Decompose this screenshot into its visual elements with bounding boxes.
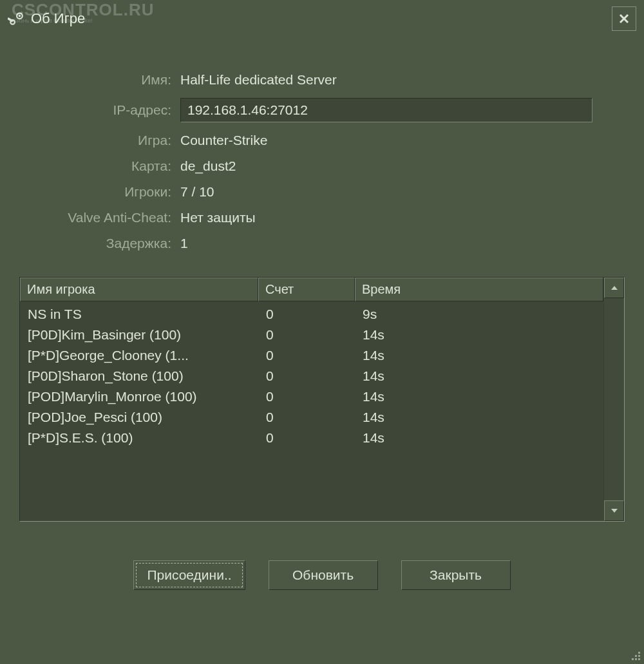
dialog-buttons: Присоедини.. Обновить Закрыть xyxy=(0,560,644,590)
table-row[interactable]: [P*D]George_Clooney (1...014s xyxy=(20,345,603,366)
close-button[interactable] xyxy=(612,6,636,31)
cell-time: 14s xyxy=(355,348,603,363)
chevron-up-icon xyxy=(611,285,618,290)
player-list-panel: Имя игрока Счет Время NS in TS09s[P0D]Ki… xyxy=(19,277,625,522)
cell-player-name: [P*D]S.E.S. (100) xyxy=(20,430,258,446)
cell-player-name: [POD]Marylin_Monroe (100) xyxy=(20,389,258,404)
cell-score: 0 xyxy=(258,307,355,322)
table-row[interactable]: [P0D]Sharon_Stone (100)014s xyxy=(20,366,603,386)
svg-point-1 xyxy=(19,15,21,17)
game-value: Counter-Strike xyxy=(180,133,267,148)
cell-player-name: [P0D]Kim_Basinger (100) xyxy=(20,327,258,343)
cell-time: 14s xyxy=(355,389,603,404)
scroll-track[interactable] xyxy=(604,298,624,500)
cell-time: 14s xyxy=(355,327,603,343)
cell-time: 14s xyxy=(355,368,603,384)
vac-label: Valve Anti-Cheat: xyxy=(26,210,180,225)
scroll-down-button[interactable] xyxy=(604,500,624,521)
latency-label: Задержка: xyxy=(26,236,180,251)
cell-player-name: [P*D]George_Clooney (1... xyxy=(20,348,258,363)
scroll-up-button[interactable] xyxy=(604,278,624,298)
player-table-body: NS in TS09s[P0D]Kim_Basinger (100)014s[P… xyxy=(20,301,603,521)
vac-value: Нет защиты xyxy=(180,210,256,225)
table-row[interactable]: [POD]Joe_Pesci (100)014s xyxy=(20,407,603,428)
header-score[interactable]: Счет xyxy=(258,278,355,301)
chevron-down-icon xyxy=(611,508,618,513)
cell-score: 0 xyxy=(258,389,355,404)
close-dialog-button[interactable]: Закрыть xyxy=(401,560,511,590)
cell-time: 9s xyxy=(355,307,603,322)
cell-score: 0 xyxy=(258,430,355,446)
resize-grip[interactable] xyxy=(629,649,640,660)
refresh-button[interactable]: Обновить xyxy=(269,560,378,590)
name-label: Имя: xyxy=(26,72,180,88)
ip-address-input[interactable] xyxy=(180,98,592,122)
cell-player-name: NS in TS xyxy=(20,307,258,322)
header-player-name[interactable]: Имя игрока xyxy=(20,278,258,301)
cell-score: 0 xyxy=(258,327,355,343)
cell-player-name: [POD]Joe_Pesci (100) xyxy=(20,410,258,425)
latency-value: 1 xyxy=(180,236,188,251)
join-button[interactable]: Присоедини.. xyxy=(133,560,245,590)
table-row[interactable]: [P0D]Kim_Basinger (100)014s xyxy=(20,325,603,345)
players-label: Игроки: xyxy=(26,184,180,200)
cell-player-name: [P0D]Sharon_Stone (100) xyxy=(20,368,258,384)
ip-label: IP-адрес: xyxy=(26,102,180,118)
players-value: 7 / 10 xyxy=(180,184,214,200)
game-label: Игра: xyxy=(26,133,180,148)
map-value: de_dust2 xyxy=(180,158,236,174)
table-row[interactable]: [P*D]S.E.S. (100)014s xyxy=(20,428,603,448)
close-icon xyxy=(618,13,630,24)
name-value: Half-Life dedicated Server xyxy=(180,72,337,88)
table-row[interactable]: NS in TS09s xyxy=(20,304,603,325)
map-label: Карта: xyxy=(26,158,180,174)
header-time[interactable]: Время xyxy=(355,278,603,301)
title-bar: Об Игре xyxy=(0,0,644,33)
cell-score: 0 xyxy=(258,410,355,425)
window-title: Об Игре xyxy=(31,10,85,27)
steam-icon xyxy=(8,10,24,27)
table-row[interactable]: [POD]Marylin_Monroe (100)014s xyxy=(20,386,603,407)
server-info: Имя: Half-Life dedicated Server IP-адрес… xyxy=(26,72,618,251)
cell-score: 0 xyxy=(258,348,355,363)
player-table-header: Имя игрока Счет Время xyxy=(20,278,603,301)
scrollbar[interactable] xyxy=(603,278,624,521)
cell-score: 0 xyxy=(258,368,355,384)
cell-time: 14s xyxy=(355,410,603,425)
cell-time: 14s xyxy=(355,430,603,446)
